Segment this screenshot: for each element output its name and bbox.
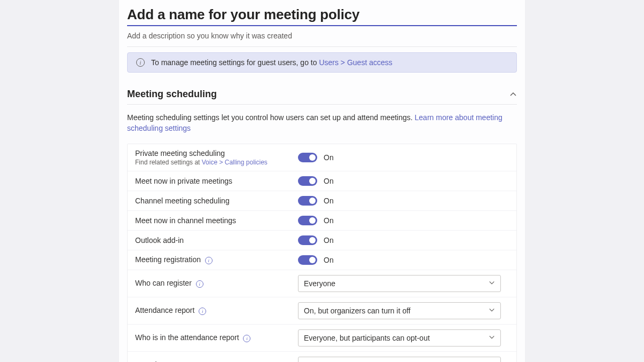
settings-panel: Add a name for your meeting policy Add a… [119, 0, 525, 362]
settings-card: Private meeting scheduling Find related … [127, 144, 517, 362]
sublabel-private-scheduling: Find related settings at Voice > Calling… [135, 159, 293, 166]
row-meet-now-channel: Meet now in channel meetings On [128, 211, 516, 231]
dropdown-who-can-register[interactable]: Everyone [298, 275, 501, 292]
row-outlook-addin: Outlook add-in On [128, 231, 516, 250]
dropdown-attendance-report[interactable]: On, but organizers can turn it off [298, 302, 501, 319]
toggle-state-private: On [324, 153, 334, 162]
info-icon[interactable]: i [243, 335, 250, 342]
row-meet-now-private: Meet now in private meetings On [128, 171, 516, 191]
info-icon[interactable]: i [199, 308, 206, 315]
policy-name-field[interactable]: Add a name for your meeting policy [127, 6, 517, 26]
calling-policies-link[interactable]: Voice > Calling policies [202, 159, 268, 166]
label-outlook-addin: Outlook add-in [135, 236, 184, 245]
section-header-meeting-scheduling[interactable]: Meeting scheduling [127, 89, 517, 105]
info-icon: i [136, 58, 145, 67]
chevron-down-icon [489, 279, 495, 288]
label-meet-now-private: Meet now in private meetings [135, 177, 232, 185]
row-attendance-report: Attendance report i On, but organizers c… [128, 297, 516, 325]
toggle-state-meet-now-private: On [324, 177, 334, 185]
dropdown-value: On, but organizers can turn it off [304, 306, 411, 315]
toggle-meeting-registration[interactable] [298, 255, 317, 265]
row-private-meeting-scheduling: Private meeting scheduling Find related … [128, 144, 516, 171]
policy-name-placeholder: Add a name for your meeting policy [127, 6, 517, 23]
section-title: Meeting scheduling [127, 89, 217, 100]
label-meet-now-channel: Meet now in channel meetings [135, 216, 236, 225]
section-description: Meeting scheduling settings let you cont… [127, 112, 517, 134]
row-channel-scheduling: Channel meeting scheduling On [128, 191, 516, 211]
guest-access-banner: i To manage meeting settings for guest u… [127, 52, 517, 73]
dropdown-value: Everyone, but participants can opt-out [304, 334, 430, 342]
toggle-channel-scheduling[interactable] [298, 196, 317, 206]
label-channel-scheduling: Channel meeting scheduling [135, 196, 230, 205]
toggle-state-meet-now-channel: On [324, 216, 334, 225]
info-icon[interactable]: i [205, 257, 213, 264]
label-attendance-report: Attendance report [135, 306, 194, 314]
toggle-meet-now-channel[interactable] [298, 216, 317, 225]
row-who-in-attendance-report: Who is in the attendance report i Everyo… [128, 325, 516, 352]
toggle-meet-now-private[interactable] [298, 176, 317, 186]
row-who-can-register: Who can register i Everyone [128, 270, 516, 297]
chevron-down-icon [489, 306, 495, 315]
chevron-down-icon [489, 334, 495, 342]
toggle-outlook-addin[interactable] [298, 235, 317, 245]
toggle-state-registration: On [324, 256, 334, 264]
label-private-scheduling: Private meeting scheduling [135, 149, 225, 158]
policy-description-placeholder: Add a description so you know why it was… [127, 32, 517, 40]
info-icon[interactable]: i [196, 280, 203, 288]
row-meeting-registration: Meeting registration i On [128, 250, 516, 270]
label-meeting-registration: Meeting registration [135, 255, 201, 264]
row-attendance-summary: Attendance summary i Show everything [128, 352, 516, 362]
dropdown-attendance-summary[interactable]: Show everything [298, 357, 501, 362]
dropdown-who-in-report[interactable]: Everyone, but participants can opt-out [298, 329, 501, 347]
banner-text: To manage meeting settings for guest use… [151, 58, 392, 67]
chevron-up-icon[interactable] [509, 91, 517, 98]
toggle-state-channel: On [324, 196, 334, 205]
guest-access-link[interactable]: Users > Guest access [319, 58, 392, 67]
toggle-private-scheduling[interactable] [298, 153, 317, 162]
toggle-state-outlook: On [324, 236, 334, 245]
label-who-in-report: Who is in the attendance report [135, 333, 239, 342]
label-who-can-register: Who can register [135, 279, 192, 287]
dropdown-value: Everyone [304, 279, 335, 288]
policy-description-field[interactable]: Add a description so you know why it was… [127, 32, 517, 47]
